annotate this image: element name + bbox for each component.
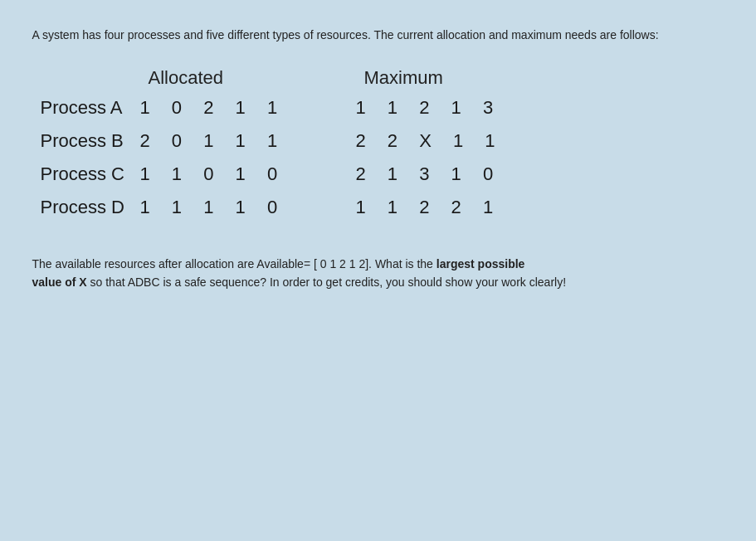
process-b-max-row: 2 2 X 1 1: [356, 130, 572, 152]
process-a-allocated: 1 0 2 1 1: [140, 97, 286, 119]
process-b-row: Process B 2 0 1 1 1: [41, 130, 339, 152]
process-a-max-row: 1 1 2 1 3: [356, 97, 572, 119]
maximum-header: Maximum: [356, 67, 572, 89]
process-d-row: Process D 1 1 1 1 0: [41, 197, 339, 218]
process-d-label: Process D: [41, 197, 140, 218]
process-a-maximum: 1 1 2 1 3: [356, 97, 502, 119]
process-b-label: Process B: [41, 130, 140, 152]
allocated-header: Allocated: [140, 67, 339, 89]
process-b-allocated: 2 0 1 1 1: [140, 130, 286, 152]
maximum-header-label: Maximum: [356, 67, 443, 88]
maximum-section: Maximum 1 1 2 1 3 2 2 X 1 1 2 1 3 1 0 1 …: [356, 67, 572, 230]
process-a-row: Process A 1 0 2 1 1: [41, 97, 339, 119]
process-a-label: Process A: [41, 97, 140, 119]
process-d-maximum: 1 1 2 2 1: [356, 197, 502, 218]
footer-text-after: so that ADBC is a safe sequence? In orde…: [87, 275, 566, 289]
process-c-label: Process C: [41, 163, 140, 185]
process-c-allocated: 1 1 0 1 0: [140, 163, 286, 185]
process-b-maximum: 2 2 X 1 1: [356, 130, 504, 152]
intro-paragraph: A system has four processes and five dif…: [32, 27, 724, 44]
footer-bold-value: value of X: [32, 275, 87, 289]
allocated-section: Allocated Process A 1 0 2 1 1 Process B …: [41, 67, 339, 230]
main-container: A system has four processes and five dif…: [17, 8, 739, 312]
process-d-max-row: 1 1 2 2 1: [356, 197, 572, 218]
footer-bold-largest: largest possible: [437, 257, 525, 270]
process-c-max-row: 2 1 3 1 0: [356, 163, 572, 185]
process-c-row: Process C 1 1 0 1 0: [41, 163, 339, 185]
footer-paragraph: The available resources after allocation…: [32, 255, 724, 292]
allocated-header-label: Allocated: [140, 67, 224, 88]
process-c-maximum: 2 1 3 1 0: [356, 163, 502, 185]
footer-text-before: The available resources after allocation…: [32, 257, 437, 270]
process-d-allocated: 1 1 1 1 0: [140, 197, 286, 218]
tables-wrapper: Allocated Process A 1 0 2 1 1 Process B …: [41, 67, 724, 230]
